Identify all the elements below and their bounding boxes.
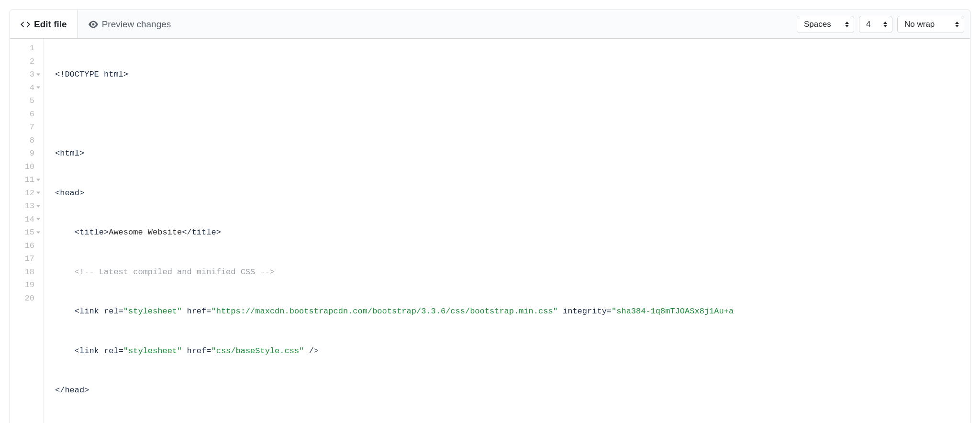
code-line	[55, 108, 970, 121]
line-number: 13	[10, 200, 43, 213]
code-line: </head>	[55, 384, 970, 397]
chevron-updown-icon	[845, 22, 849, 27]
line-number: 6	[10, 108, 43, 121]
line-number: 9	[10, 147, 43, 160]
code-line: <link rel="stylesheet" href="https://max…	[55, 305, 970, 318]
indent-size-value: 4	[866, 20, 870, 29]
wrap-mode-select[interactable]: No wrap	[897, 16, 964, 33]
code-line: <link rel="stylesheet" href="css/baseSty…	[55, 345, 970, 358]
toolbar-settings: Spaces 4 No wrap	[797, 10, 970, 38]
indent-size-select[interactable]: 4	[859, 16, 892, 33]
wrap-mode-value: No wrap	[904, 20, 935, 29]
code-line: <html>	[55, 147, 970, 160]
line-number: 1	[10, 42, 43, 55]
line-number: 15	[10, 226, 43, 239]
line-number: 16	[10, 239, 43, 253]
line-number: 8	[10, 134, 43, 147]
tab-preview-changes[interactable]: Preview changes	[78, 10, 182, 38]
code-line: <title>Awesome Website</title>	[55, 226, 970, 239]
indent-mode-value: Spaces	[804, 20, 831, 29]
line-number: 3	[10, 68, 43, 81]
indent-mode-select[interactable]: Spaces	[797, 16, 854, 33]
chevron-updown-icon	[955, 22, 959, 27]
code-line: <head>	[55, 187, 970, 200]
line-number: 19	[10, 278, 43, 292]
chevron-updown-icon	[883, 22, 887, 27]
tab-edit-label: Edit file	[34, 19, 67, 30]
line-number: 11	[10, 173, 43, 187]
line-number: 7	[10, 121, 43, 134]
line-number-gutter: 1 2 3 4 5 6 7 8 9 10 11 12 13 14 15 16 1…	[10, 39, 44, 423]
editor-container: Edit file Preview changes Spaces 4 No wr…	[10, 10, 970, 423]
line-number: 10	[10, 160, 43, 174]
line-number: 5	[10, 94, 43, 108]
code-icon	[21, 20, 30, 29]
tab-edit-file[interactable]: Edit file	[10, 10, 78, 38]
line-number: 18	[10, 266, 43, 279]
tab-list: Edit file Preview changes	[10, 10, 182, 38]
line-number: 4	[10, 81, 43, 95]
line-number: 17	[10, 252, 43, 266]
line-number: 14	[10, 213, 43, 226]
editor-toolbar: Edit file Preview changes Spaces 4 No wr…	[10, 10, 970, 39]
eye-icon	[89, 20, 98, 29]
code-line: <!-- Latest compiled and minified CSS --…	[55, 266, 970, 279]
line-number: 2	[10, 55, 43, 68]
line-number: 12	[10, 187, 43, 200]
code-editor[interactable]: 1 2 3 4 5 6 7 8 9 10 11 12 13 14 15 16 1…	[10, 39, 970, 423]
code-line: <!DOCTYPE html>	[55, 68, 970, 81]
tab-preview-label: Preview changes	[102, 19, 171, 30]
line-number: 20	[10, 292, 43, 305]
code-content[interactable]: <!DOCTYPE html> <html> <head> <title>Awe…	[44, 39, 970, 423]
